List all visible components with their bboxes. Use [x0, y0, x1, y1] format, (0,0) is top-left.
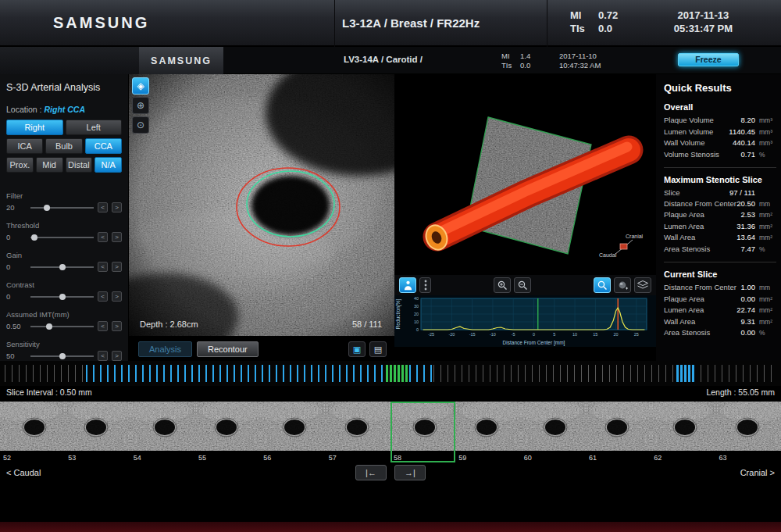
- caudal-direction-label: < Caudal: [6, 468, 41, 477]
- slice-thumbnail[interactable]: 56: [260, 402, 325, 462]
- vertical-dots-icon: [424, 280, 427, 291]
- slider-decrement-button[interactable]: <: [98, 321, 108, 331]
- slider-decrement-button[interactable]: <: [98, 202, 108, 212]
- section-title: Maximum Stenotic Slice: [664, 175, 776, 184]
- segment-button-ica[interactable]: ICA: [6, 138, 43, 154]
- dual-display-button[interactable]: ▣: [348, 341, 366, 357]
- length-label: Length : 55.05 mm: [706, 387, 775, 397]
- slice-thumbnail[interactable]: 58: [390, 402, 455, 462]
- report-button[interactable]: ▤: [369, 341, 387, 357]
- thumbnail-image: [326, 402, 391, 451]
- side-button-right[interactable]: Right: [6, 120, 63, 135]
- mi-label-small: MI: [501, 52, 515, 61]
- target-tool-button[interactable]: ⊕: [132, 97, 149, 114]
- ultrasound-image[interactable]: [129, 74, 394, 336]
- position-button-distal[interactable]: Distal: [66, 157, 93, 173]
- position-button-mid[interactable]: Mid: [36, 157, 63, 173]
- slice-thumbnail[interactable]: 55: [195, 402, 260, 462]
- svg-text:5: 5: [553, 332, 555, 337]
- svg-text:15: 15: [593, 332, 597, 337]
- zoom-in-icon: [497, 280, 508, 291]
- slider-track[interactable]: [30, 237, 94, 238]
- analysis-control-panel: S-3D Arterial Analysis Location : Right …: [0, 74, 129, 361]
- magnify-mode-button[interactable]: [594, 277, 611, 293]
- result-unit: mm: [755, 199, 776, 210]
- analysis-button[interactable]: Analysis: [138, 341, 192, 357]
- view-utility-icons: ▣ ▤: [348, 341, 387, 357]
- result-row: Distance From Center 1.00 mm: [664, 282, 776, 294]
- zoom-out-icon: [518, 280, 528, 291]
- slider-increment-button[interactable]: >: [112, 262, 122, 272]
- slider-decrement-button[interactable]: <: [98, 351, 108, 361]
- slice-thumbnail[interactable]: 59: [455, 402, 520, 462]
- recontour-button[interactable]: Recontour: [197, 341, 259, 357]
- orientation-marker-button[interactable]: ◈: [132, 77, 149, 95]
- slider-decrement-button[interactable]: <: [98, 232, 108, 242]
- slider-thumb[interactable]: [31, 234, 37, 241]
- circle-tool-button[interactable]: ⊙: [132, 116, 149, 134]
- svg-text:20: 20: [414, 312, 419, 316]
- report-icon: ▤: [374, 345, 382, 355]
- slice-thumbnail[interactable]: 52: [0, 402, 65, 462]
- slider-thumb[interactable]: [59, 353, 66, 359]
- zoom-out-button[interactable]: [514, 277, 531, 293]
- result-row: Lumen Area 31.36 mm²: [664, 221, 776, 233]
- result-value: 440.14: [733, 137, 755, 148]
- slider-increment-button[interactable]: >: [112, 232, 122, 242]
- filmstrip-track: 52 53 54 55: [0, 402, 781, 462]
- slice-thumbnail[interactable]: 54: [130, 402, 195, 462]
- slider-track[interactable]: [30, 207, 94, 209]
- segment-button-cca[interactable]: CCA: [85, 138, 122, 154]
- slider-increment-button[interactable]: >: [112, 351, 122, 361]
- result-unit: %: [755, 150, 776, 161]
- next-slice-button[interactable]: →|: [394, 465, 426, 480]
- slider-increment-button[interactable]: >: [112, 202, 122, 212]
- position-button-prox[interactable]: Prox.: [6, 157, 34, 173]
- segment-button-bulb[interactable]: Bulb: [45, 138, 82, 154]
- slice-thumbnail[interactable]: 63: [716, 402, 781, 462]
- svg-text:0: 0: [533, 332, 535, 337]
- slice-thumbnail[interactable]: 57: [326, 402, 390, 462]
- analysis-action-row: Analysis Recontour: [138, 341, 259, 357]
- orientation-cube: [620, 244, 627, 249]
- slider-value: 50: [6, 352, 27, 360]
- slice-thumbnail[interactable]: 61: [586, 402, 651, 462]
- slice-layers-button[interactable]: [634, 277, 651, 293]
- slider-track[interactable]: [30, 355, 94, 357]
- slider-decrement-button[interactable]: <: [98, 291, 108, 302]
- slider-track[interactable]: [30, 296, 94, 298]
- slider-thumb[interactable]: [46, 323, 52, 330]
- slider-value: 0.50: [6, 322, 27, 330]
- side-button-left[interactable]: Left: [66, 120, 123, 135]
- freeze-button[interactable]: Freeze: [678, 53, 739, 66]
- slice-thumbnail[interactable]: 53: [65, 402, 130, 462]
- previous-slice-button[interactable]: |←: [355, 465, 387, 480]
- stenosis-chart: 010203040-25-20-15-10-50510152025Distanc…: [394, 295, 656, 347]
- slice-thumbnail[interactable]: 60: [521, 402, 586, 462]
- slider-decrement-button[interactable]: <: [98, 262, 108, 272]
- zoom-in-button[interactable]: [494, 277, 511, 293]
- slider-track[interactable]: [30, 326, 94, 327]
- slider-thumb[interactable]: [59, 264, 66, 270]
- options-menu-button[interactable]: [419, 277, 431, 293]
- position-button-na[interactable]: N/A: [95, 157, 122, 173]
- volume-render-button[interactable]: [614, 277, 631, 293]
- svg-text:30: 30: [414, 304, 419, 309]
- slice-thumbnail[interactable]: 62: [651, 402, 715, 462]
- person-icon: [404, 280, 412, 291]
- slider-increment-button[interactable]: >: [112, 321, 122, 331]
- depth-readout: Depth : 2.68cm: [140, 320, 198, 329]
- thumbnail-slice-number: 55: [198, 454, 206, 462]
- result-row: Wall Area 9.31 mm²: [664, 316, 776, 328]
- vessel-3d-view[interactable]: Cranial Caudal: [394, 74, 656, 275]
- result-value: 0.00: [741, 327, 756, 338]
- thumbnail-slice-number: 54: [134, 454, 141, 462]
- slice-position-ruler[interactable]: [0, 361, 781, 386]
- result-label: Lumen Area: [664, 221, 736, 232]
- slider-increment-button[interactable]: >: [112, 291, 122, 302]
- slider-thumb[interactable]: [59, 294, 66, 300]
- thumbnail-slice-number: 61: [589, 454, 597, 462]
- slider-thumb[interactable]: [44, 205, 50, 211]
- slider-track[interactable]: [30, 266, 94, 268]
- body-marker-button[interactable]: [399, 277, 416, 293]
